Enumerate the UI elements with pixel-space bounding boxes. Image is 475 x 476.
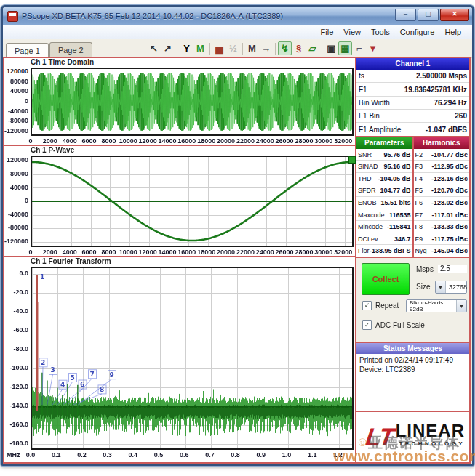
x-tick-label: 32000: [329, 249, 358, 256]
cursor-tool-icon[interactable]: ↗: [161, 41, 175, 55]
tab-page-1[interactable]: Page 1: [6, 43, 49, 58]
channel-row-value: -1.047 dBFS: [426, 126, 467, 134]
parameter-row-value: 15.51 bits: [380, 199, 410, 206]
page-tabs: Page 1Page 2: [6, 42, 93, 57]
app-icon: [7, 11, 18, 22]
channel-row: F1 Amplitude-1.047 dBFS: [356, 123, 469, 135]
y-tick-label: 80000: [4, 78, 28, 85]
harmonic-row: F4-128.16 dBc: [414, 173, 470, 185]
notes-icon[interactable]: ▱: [306, 41, 319, 55]
harmonic-row: F9-117.75 dBc: [414, 233, 470, 246]
size-dropdown-arrow-icon[interactable]: ▼: [436, 281, 446, 293]
y-tick-label: -140.0: [4, 402, 28, 409]
channel-row: F1 Bin260: [356, 110, 469, 123]
channel-row-label: fs: [359, 72, 364, 80]
bar-graph-icon[interactable]: ▅: [212, 41, 226, 55]
harmonic-row-label: F3: [415, 163, 423, 170]
y-tick-label: -40.0: [4, 307, 28, 315]
menu-item-view[interactable]: View: [338, 27, 366, 37]
collect-button[interactable]: Collect: [362, 263, 410, 295]
zoom-tool-icon[interactable]: ↖: [147, 41, 161, 55]
vendor-logo-box: LT LINEAR TECHNOLOGY: [356, 412, 469, 462]
logo-brand-text: LINEAR: [396, 422, 465, 440]
charts-column: Ch 1 Time Domain 12000080000400000-40000…: [4, 58, 355, 462]
menu-item-tools[interactable]: Tools: [366, 27, 395, 37]
time-domain-plot[interactable]: [31, 68, 354, 136]
window-dropdown-arrow-icon[interactable]: ▼: [456, 300, 466, 312]
fourier-panel: Ch 1 Fourier Transform 0.0-20.0-40.0-60.…: [4, 257, 355, 462]
menu-bar: FileViewToolsConfigureHelp: [3, 25, 472, 39]
harmonic-row: F3-112.95 dBc: [414, 161, 470, 173]
status-line: Printed on 02/24/14 09:17:49: [359, 355, 466, 365]
repeat-checkbox-row: ✓ Repeat: [362, 301, 399, 310]
menu-item-help[interactable]: Help: [439, 27, 466, 37]
parameter-row: SINAD95.16 dB: [356, 161, 412, 173]
y-tick-label: -100.0: [4, 364, 28, 371]
adc-full-scale-label: ADC Full Scale: [375, 321, 425, 329]
x-tick-label: 0.1: [41, 451, 71, 459]
fourier-plot[interactable]: [31, 267, 354, 450]
harmonic-row-label: F6: [415, 199, 423, 206]
repeat-label: Repeat: [375, 302, 399, 310]
parameter-rows: SNR95.76 dBSINAD95.16 dBTHD-104.05 dBSFD…: [356, 149, 412, 257]
run-avg-icon[interactable]: →: [259, 41, 273, 55]
max-avg-icon[interactable]: M: [245, 41, 259, 55]
samples-display-icon[interactable]: ▣: [324, 41, 338, 55]
x-tick-label: 0.8: [221, 451, 250, 459]
maximize-button[interactable]: ▢: [418, 9, 439, 21]
p-wave-title: Ch 1 P-Wave: [31, 146, 74, 154]
toolbar-separator: [177, 43, 177, 55]
y-tick-label: 40000: [4, 184, 28, 191]
channel-row: F119.836425781 KHz: [356, 83, 469, 96]
harmonic-row-value: -120.70 dBc: [431, 187, 468, 194]
msps-input[interactable]: 2.5: [438, 265, 467, 273]
harmonic-row: F7-117.01 dBc: [414, 209, 470, 222]
toolbar-separator: [242, 43, 243, 55]
window-dropdown[interactable]: Blkmn-Harris 92dB ▼: [406, 299, 467, 312]
size-dropdown[interactable]: ▼ 32768: [435, 281, 467, 294]
y-tick-label: 80000: [4, 170, 28, 177]
harmonic-row-label: Nyq: [415, 247, 427, 254]
menu-item-configure[interactable]: Configure: [395, 27, 440, 37]
tab-toolbar-row: Page 1Page 2 ↖↗YM▅½M→↯§▱▣▦⌐▼: [3, 39, 472, 58]
client-area: Ch 1 Time Domain 12000080000400000-40000…: [3, 57, 471, 464]
collect-controls: Collect Msps 2.5 Size ▼ 32768 ✓ Repeat B…: [356, 258, 469, 343]
close-button[interactable]: ✕: [440, 9, 469, 21]
display-mode-icon[interactable]: ▦: [338, 41, 352, 55]
logo-sub-text: TECHNOLOGY: [399, 440, 465, 447]
y-tick-label: 120000: [4, 68, 28, 75]
parameter-row: SFDR104.77 dB: [356, 185, 412, 198]
y-tick-label: -80.0: [4, 345, 28, 352]
harmonic-rows: F2-104.77 dBcF3-112.95 dBcF4-128.16 dBcF…: [414, 149, 470, 257]
adc-full-scale-checkbox[interactable]: ✓: [362, 320, 372, 330]
x-tick-label: 1.1: [298, 451, 327, 459]
percent-scale-icon[interactable]: ½: [226, 41, 240, 55]
x-tick-label: 0.2: [67, 451, 96, 459]
channel-row-value: 76.294 Hz: [434, 99, 467, 107]
histogram-icon[interactable]: M: [193, 41, 207, 55]
p-wave-plot[interactable]: [31, 156, 354, 247]
y-tick-label: -40000: [4, 211, 28, 218]
parameter-row-label: Mincode: [358, 223, 383, 230]
harmonic-row-label: F2: [415, 151, 423, 158]
tab-page-2[interactable]: Page 2: [49, 42, 92, 57]
harmonic-row-label: F5: [415, 187, 423, 194]
parameter-row-value: 346.7: [394, 235, 411, 243]
harmonic-row-value: -104.77 dBc: [431, 151, 468, 158]
collect-trace-icon[interactable]: ↯: [278, 41, 292, 55]
harmonic-row: F6-128.02 dBc: [414, 197, 470, 209]
device-comm-icon[interactable]: §: [292, 41, 306, 55]
x-axis-unit: MHz: [7, 451, 28, 459]
title-bar[interactable]: PScope XD BETA K75-65 Feb 12 2014 10:44:…: [3, 7, 472, 25]
menu-item-file[interactable]: File: [316, 27, 339, 37]
minimize-button[interactable]: –: [395, 9, 416, 21]
y-scale-icon[interactable]: Y: [180, 41, 193, 55]
repeat-checkbox[interactable]: ✓: [362, 301, 372, 310]
channel-row: Bin Width76.294 Hz: [356, 97, 469, 110]
y-tick-label: 40000: [4, 87, 28, 94]
toolbar-separator: [322, 43, 322, 55]
filter-icon[interactable]: ⌐: [352, 41, 366, 55]
x-tick-label: 0.6: [169, 451, 199, 459]
parameters-header: Parameters: [356, 137, 412, 149]
export-icon[interactable]: ▼: [366, 41, 380, 55]
